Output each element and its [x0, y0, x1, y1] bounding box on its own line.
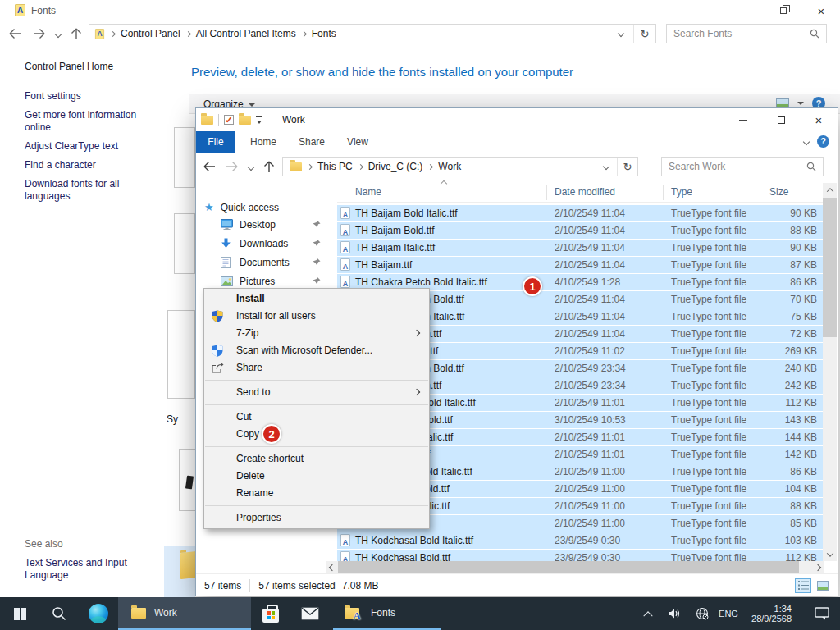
fonts-minimize-button[interactable] [727, 0, 765, 21]
sidebar-item-pictures[interactable]: Pictures [196, 272, 332, 290]
fonts-restore-button[interactable] [765, 0, 802, 21]
work-forward-button[interactable] [226, 161, 239, 172]
sidebar-item-downloads[interactable]: Downloads [196, 235, 332, 252]
work-history-chevron[interactable] [248, 164, 254, 171]
views-dropdown-caret[interactable] [797, 102, 804, 105]
ribbon-expand-chevron[interactable] [803, 138, 810, 144]
tab-file[interactable]: File [196, 131, 235, 153]
properties-check-icon[interactable]: ✓ [224, 115, 234, 125]
column-header-size[interactable]: Size [769, 186, 788, 198]
start-button[interactable] [0, 597, 39, 630]
menu-item-delete[interactable]: Delete [204, 468, 429, 485]
file-row[interactable]: A TH Baijam Bold.ttf 2/10/2549 11:04 Tru… [337, 222, 823, 239]
work-breadcrumb-item[interactable]: Work [438, 161, 461, 172]
network-globe-icon[interactable] [689, 597, 715, 630]
menu-item-send-to[interactable]: Send to [204, 384, 429, 401]
file-size: 143 KB [747, 414, 817, 426]
volume-icon[interactable] [661, 597, 689, 630]
fonts-back-button[interactable] [8, 28, 21, 39]
work-address-dropdown[interactable] [603, 163, 609, 170]
fonts-search-box[interactable]: Search Fonts [666, 24, 827, 43]
new-folder-icon[interactable] [239, 116, 251, 125]
file-row[interactable]: A TH Baijam Italic.ttf 2/10/2549 11:04 T… [337, 240, 823, 256]
column-header-name[interactable]: Name [355, 186, 381, 198]
fonts-breadcrumb-item[interactable]: Control Panel [121, 28, 180, 39]
microsoft-store-button[interactable] [251, 597, 290, 630]
work-up-button[interactable] [263, 160, 275, 173]
work-maximize-button[interactable] [762, 108, 800, 131]
menu-item-share[interactable]: Share [204, 359, 429, 377]
fonts-history-chevron[interactable] [55, 31, 62, 38]
horizontal-scrollbar[interactable] [326, 561, 824, 573]
quick-access-toolbar: ✓ [201, 114, 267, 126]
file-row[interactable]: A TH Baijam.ttf 2/10/2549 11:04 TrueType… [337, 257, 823, 273]
taskbar-work-button[interactable]: Work [118, 597, 251, 630]
taskbar-fonts-button[interactable]: Fonts [333, 597, 441, 630]
work-breadcrumb-item[interactable]: This PC [317, 161, 353, 172]
column-header-date[interactable]: Date modified [555, 186, 615, 198]
details-view-button[interactable] [795, 578, 811, 593]
work-minimize-button[interactable] [724, 108, 762, 131]
sidebar-item-desktop[interactable]: Desktop [196, 216, 332, 233]
work-breadcrumb-item[interactable]: Drive_C (C:) [368, 161, 423, 172]
menu-item-properties[interactable]: Properties [204, 509, 429, 527]
work-window-title: Work [282, 114, 305, 126]
fonts-refresh-button[interactable]: ↻ [634, 28, 655, 40]
qat-customize-caret[interactable] [256, 116, 262, 124]
fonts-close-button[interactable]: × [802, 0, 840, 21]
menu-item-install[interactable]: Install [204, 290, 429, 308]
font-preview-stack [174, 127, 195, 188]
language-indicator[interactable]: ENG [715, 597, 742, 630]
sidebar-task-link[interactable]: Adjust ClearType text [25, 140, 164, 153]
sidebar-task-link[interactable]: Download fonts for all languages [25, 178, 164, 203]
edge-browser-button[interactable] [79, 597, 118, 630]
file-size: 90 KB [747, 242, 817, 253]
sidebar-item-documents[interactable]: Documents [196, 253, 332, 271]
tab-home[interactable]: Home [243, 131, 284, 153]
fonts-titlebar: A Fonts × [0, 0, 840, 21]
sidebar-task-link[interactable]: Font settings [25, 90, 164, 103]
fonts-address-dropdown[interactable] [618, 30, 624, 37]
fonts-breadcrumb-item[interactable]: All Control Panel Items [196, 28, 296, 39]
work-back-button[interactable] [203, 161, 216, 172]
thumbnail-view-button[interactable] [815, 578, 831, 593]
mail-button[interactable] [290, 597, 330, 630]
menu-item-install-for-all-users[interactable]: Install for all users [204, 308, 429, 325]
fonts-up-button[interactable] [71, 27, 82, 40]
sidebar-task-link[interactable]: Get more font information online [25, 109, 164, 134]
work-search-box[interactable]: Search Work [661, 157, 824, 176]
tray-show-hidden-icons[interactable] [636, 597, 660, 630]
sidebar-task-link[interactable]: Find a character [25, 159, 164, 171]
horizontal-scrollbar-thumb[interactable] [338, 561, 799, 573]
sidebar-quick-access[interactable]: ★ Quick access [196, 199, 332, 216]
sidebar-text-services-link[interactable]: Text Services and Input Language [25, 557, 164, 582]
work-close-button[interactable]: × [800, 108, 838, 131]
tab-share[interactable]: Share [292, 131, 331, 153]
column-header-type[interactable]: Type [671, 186, 692, 198]
fonts-address-bar[interactable]: A Control PanelAll Control Panel ItemsFo… [89, 24, 656, 43]
file-row[interactable]: A TH Kodchasal Bold Italic.ttf 23/9/2549… [337, 532, 823, 549]
menu-item-scan-with-microsoft-defender-[interactable]: Scan with Microsoft Defender... [204, 342, 429, 359]
work-address-bar[interactable]: This PCDrive_C (C:)Work ↻ [282, 157, 638, 176]
menu-item-copy[interactable]: Copy [204, 426, 429, 443]
file-row[interactable]: A TH Baijam Bold Italic.ttf 2/10/2549 11… [337, 205, 823, 221]
file-row[interactable]: A TH Kodchasal Bold.ttf 23/9/2549 0:30 T… [337, 550, 823, 561]
menu-item-rename[interactable]: Rename [204, 485, 429, 502]
sidebar-item-label: Documents [240, 257, 290, 268]
tab-view[interactable]: View [339, 131, 377, 153]
work-help-icon[interactable]: ? [817, 135, 829, 148]
vertical-scrollbar[interactable] [823, 183, 837, 561]
menu-item-create-shortcut[interactable]: Create shortcut [204, 450, 429, 468]
sidebar-control-panel-home[interactable]: Control Panel Home [25, 61, 164, 73]
folder-icon [131, 608, 146, 619]
file-date-modified: 2/10/2549 11:04 [555, 294, 625, 305]
work-refresh-button[interactable]: ↻ [618, 161, 637, 173]
taskbar-search-button[interactable] [39, 597, 79, 630]
taskbar-clock[interactable]: 1:34 28/9/2568 [742, 604, 792, 623]
menu-item-7-zip[interactable]: 7-Zip [204, 325, 429, 342]
menu-item-cut[interactable]: Cut [204, 409, 429, 426]
fonts-forward-button[interactable] [33, 28, 46, 39]
vertical-scrollbar-thumb[interactable] [823, 198, 837, 337]
fonts-breadcrumb-item[interactable]: Fonts [312, 28, 336, 39]
action-center-button[interactable] [804, 597, 840, 630]
